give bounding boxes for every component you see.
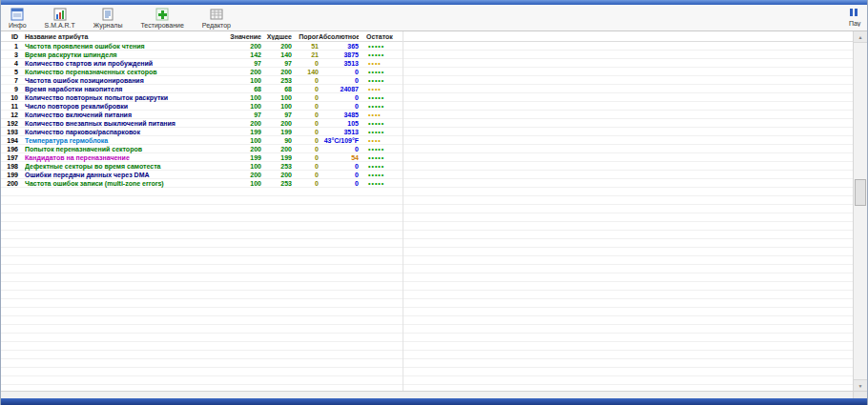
attr-worst: 97 bbox=[261, 111, 292, 119]
attr-name: Количество внезапных выключений питания bbox=[25, 119, 225, 128]
attr-absolute: 0 bbox=[319, 76, 359, 85]
empty-row bbox=[1, 231, 853, 239]
attr-value: 100 bbox=[225, 93, 261, 102]
attr-id: 199 bbox=[1, 171, 20, 179]
attr-health-dots: ••••• bbox=[366, 76, 403, 85]
attr-id: 200 bbox=[1, 179, 20, 188]
attr-worst: 253 bbox=[261, 162, 292, 171]
attr-threshold: 0 bbox=[292, 162, 319, 171]
attr-value: 200 bbox=[225, 68, 261, 76]
attr-worst: 200 bbox=[261, 171, 292, 179]
attr-health-dots: ••••• bbox=[366, 68, 403, 76]
attr-absolute: 54 bbox=[319, 153, 359, 162]
attr-name: Время наработки накопителя bbox=[25, 85, 225, 93]
taskbar-strip bbox=[1, 398, 867, 405]
attr-threshold: 0 bbox=[292, 153, 319, 162]
attr-id: 10 bbox=[1, 93, 20, 102]
app-window: Инфо S.M.A.R.T Журналы Тестирование Реда… bbox=[0, 0, 868, 405]
attr-name: Количество стартов или пробуждений bbox=[25, 59, 225, 68]
pause-button[interactable]: Пау bbox=[849, 8, 867, 27]
attr-id: 192 bbox=[1, 119, 20, 128]
attr-value: 200 bbox=[225, 171, 261, 179]
attr-name: Количество переназначенных секторов bbox=[25, 68, 225, 76]
smart-chart-icon bbox=[53, 8, 67, 21]
attr-name: Количество повторных попыток раскрутки bbox=[25, 93, 225, 102]
attr-id: 3 bbox=[1, 51, 20, 59]
table-body: 1Частота проявления ошибок чтения2002005… bbox=[1, 42, 853, 391]
table-header-row: ID Название атрибута Значение Худшее Пор… bbox=[1, 31, 853, 42]
editor-button[interactable]: Редактор bbox=[199, 7, 234, 30]
toolbar: Инфо S.M.A.R.T Журналы Тестирование Реда… bbox=[1, 5, 867, 31]
empty-row bbox=[1, 213, 853, 222]
empty-row bbox=[1, 308, 853, 316]
attr-value: 100 bbox=[225, 102, 261, 111]
header-value: Значение bbox=[225, 33, 261, 40]
testing-button-label: Тестирование bbox=[140, 22, 183, 29]
attr-absolute: 24087 bbox=[319, 85, 359, 93]
attr-health-dots: ••••• bbox=[366, 42, 403, 51]
attr-name: Время раскрутки шпинделя bbox=[25, 51, 225, 59]
attr-id: 198 bbox=[1, 162, 20, 171]
attr-health-dots: ••••• bbox=[366, 179, 403, 188]
attr-threshold: 0 bbox=[292, 128, 319, 136]
green-cross-icon bbox=[155, 8, 169, 21]
attr-health-dots: •••• bbox=[366, 111, 403, 119]
attr-threshold: 0 bbox=[292, 136, 319, 145]
header-attribute-name: Название атрибута bbox=[25, 33, 225, 40]
attr-threshold: 0 bbox=[292, 85, 319, 93]
attr-absolute: 0 bbox=[319, 162, 359, 171]
vertical-scroll-thumb[interactable] bbox=[855, 179, 866, 206]
empty-row bbox=[1, 196, 853, 205]
scroll-up-arrow-icon[interactable]: ▲ bbox=[854, 31, 867, 43]
empty-row bbox=[1, 188, 853, 196]
info-button[interactable]: Инфо bbox=[6, 7, 30, 30]
journals-button[interactable]: Журналы bbox=[91, 7, 126, 30]
attr-absolute: 3485 bbox=[319, 111, 359, 119]
attr-threshold: 0 bbox=[292, 76, 319, 85]
attr-health-dots: ••••• bbox=[366, 51, 403, 59]
attribute-row[interactable]: 200Частота ошибок записи (multi-zone err… bbox=[1, 179, 853, 188]
attr-value: 199 bbox=[225, 153, 261, 162]
empty-row bbox=[1, 291, 853, 299]
empty-row bbox=[1, 205, 853, 213]
attr-threshold: 0 bbox=[292, 59, 319, 68]
testing-button[interactable]: Тестирование bbox=[137, 7, 186, 30]
attr-name: Число повторов рекалибровки bbox=[25, 102, 225, 111]
empty-row bbox=[1, 376, 853, 385]
smart-button[interactable]: S.M.A.R.T bbox=[42, 7, 78, 30]
empty-row bbox=[1, 325, 853, 334]
attr-absolute: 0 bbox=[319, 68, 359, 76]
scroll-down-arrow-icon[interactable]: ▼ bbox=[854, 379, 867, 391]
attr-value: 100 bbox=[225, 179, 261, 188]
attr-threshold: 140 bbox=[292, 68, 319, 76]
attr-worst: 199 bbox=[261, 128, 292, 136]
attr-absolute: 3513 bbox=[319, 59, 359, 68]
attr-value: 142 bbox=[225, 51, 261, 59]
attr-health-dots: ••••• bbox=[366, 162, 403, 171]
empty-row bbox=[1, 265, 853, 273]
attr-value: 200 bbox=[225, 145, 261, 153]
attr-worst: 253 bbox=[261, 179, 292, 188]
attr-value: 100 bbox=[225, 136, 261, 145]
attr-worst: 200 bbox=[261, 145, 292, 153]
attr-name: Попыток переназначений секторов bbox=[25, 145, 225, 153]
attr-absolute: 0 bbox=[319, 93, 359, 102]
journals-button-label: Журналы bbox=[93, 22, 123, 29]
vertical-scrollbar[interactable]: ▲ ▼ bbox=[853, 31, 867, 391]
grid-editor-icon bbox=[210, 8, 223, 21]
horizontal-scrollbar[interactable] bbox=[1, 391, 867, 398]
attr-absolute: 0 bbox=[319, 102, 359, 111]
empty-row bbox=[1, 248, 853, 256]
attr-id: 4 bbox=[1, 59, 20, 68]
empty-row bbox=[1, 222, 853, 231]
empty-row bbox=[1, 282, 853, 291]
main-content: ID Название атрибута Значение Худшее Пор… bbox=[1, 31, 867, 391]
info-icon bbox=[10, 8, 24, 21]
attr-health-dots: ••••• bbox=[366, 102, 403, 111]
attr-worst: 253 bbox=[261, 76, 292, 85]
attr-worst: 68 bbox=[261, 85, 292, 93]
header-health: Остаток bbox=[366, 33, 403, 40]
empty-row bbox=[1, 342, 853, 351]
pause-icon bbox=[849, 8, 858, 18]
attr-id: 5 bbox=[1, 68, 20, 76]
